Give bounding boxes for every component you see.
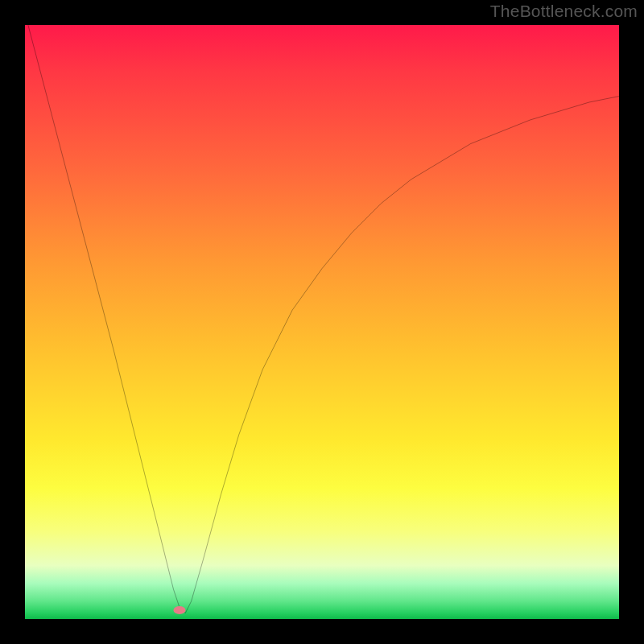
chart-frame: TheBottleneck.com: [0, 0, 644, 644]
plot-area: [25, 25, 619, 619]
optimal-point-marker: [173, 606, 185, 614]
bottleneck-curve: [25, 25, 619, 619]
watermark-text: TheBottleneck.com: [490, 2, 638, 21]
